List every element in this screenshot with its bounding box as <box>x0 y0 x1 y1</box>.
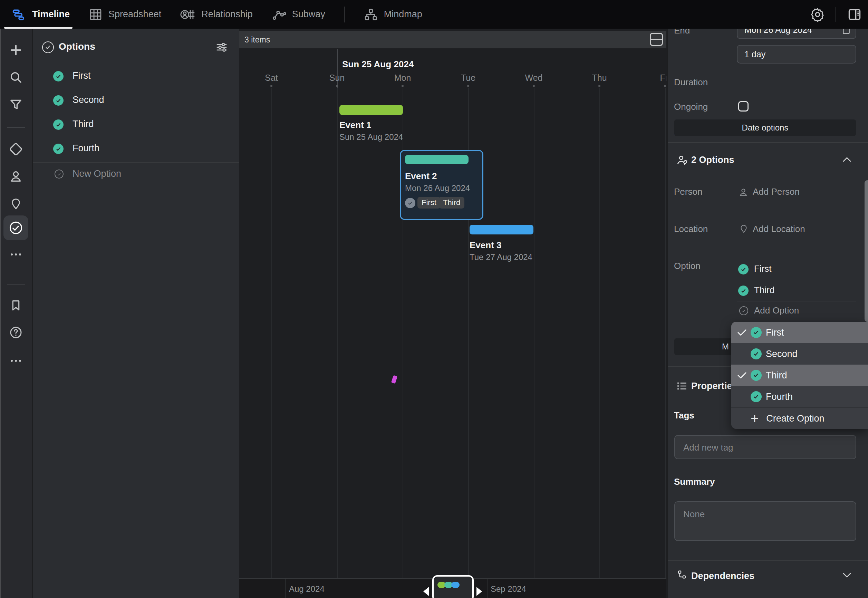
dropdown-option-row[interactable]: Fourth <box>731 386 868 407</box>
event-tag-chip[interactable]: First <box>417 197 441 209</box>
chevron-up-icon[interactable] <box>842 156 852 163</box>
inspector-divider <box>668 561 868 561</box>
event-bar[interactable] <box>469 225 533 235</box>
more-ellipsis-icon[interactable] <box>9 358 23 363</box>
summary-placeholder: None <box>683 509 705 520</box>
add-person-action[interactable]: Add Person <box>753 187 800 197</box>
person-icon <box>738 187 748 197</box>
day-tick-dot <box>664 85 666 87</box>
duration-input[interactable]: 1 day <box>737 45 856 64</box>
selected-option-value[interactable]: First <box>754 263 772 274</box>
options-panel-divider <box>33 162 239 163</box>
day-gridline <box>665 88 666 578</box>
day-gridline <box>337 88 338 578</box>
create-option-row[interactable]: + Create Option <box>731 407 868 429</box>
location-pin-icon[interactable] <box>9 197 22 211</box>
minimap-prev-arrow[interactable] <box>423 587 429 596</box>
summary-textarea[interactable]: None <box>674 501 856 541</box>
search-icon[interactable] <box>9 70 23 84</box>
tab-subway[interactable]: Subway <box>271 7 325 22</box>
create-option-label: Create Option <box>766 413 824 424</box>
panel-scrollbar-thumb[interactable] <box>865 180 868 322</box>
sliders-icon[interactable] <box>215 41 228 54</box>
tab-label: Subway <box>292 9 325 20</box>
person-icon[interactable] <box>9 169 23 183</box>
help-icon[interactable] <box>9 326 23 339</box>
add-location-action[interactable]: Add Location <box>753 224 805 235</box>
tab-timeline[interactable]: Timeline <box>11 7 70 22</box>
selected-event-card[interactable]: Event 2 Mon 26 Aug 2024 First Third <box>400 150 483 220</box>
tab-label: Spreadsheet <box>108 9 161 20</box>
tags-label: Tags <box>674 410 694 421</box>
day-tick-dot <box>402 85 403 87</box>
check-circle-icon[interactable] <box>8 220 24 235</box>
event-title[interactable]: Event 1 <box>339 120 372 130</box>
dropdown-option-row[interactable]: Third <box>731 365 868 386</box>
event-title[interactable]: Event 3 <box>469 240 502 251</box>
day-tick-dot <box>467 85 469 87</box>
timeline-current-date-label: Sun 25 Aug 2024 <box>342 59 414 70</box>
filter-icon[interactable] <box>9 98 23 112</box>
tab-spreadsheet[interactable]: Spreadsheet <box>88 7 161 22</box>
tab-label: Relationship <box>201 9 253 20</box>
event-tag-chip[interactable]: Third <box>439 197 465 209</box>
tab-label: Timeline <box>32 9 70 20</box>
option-check-icon[interactable] <box>53 95 64 106</box>
panel-toggle-icon[interactable] <box>847 7 862 22</box>
chevron-down-icon[interactable] <box>842 571 852 579</box>
minimap-next-arrow[interactable] <box>477 587 482 596</box>
relationship-icon <box>180 7 196 22</box>
option-list-item[interactable]: Fourth <box>73 143 99 154</box>
more-ellipsis-icon[interactable] <box>9 252 23 257</box>
date-options-button[interactable]: Date options <box>674 120 856 136</box>
option-check-icon[interactable] <box>53 120 64 130</box>
dropdown-option-row[interactable]: Second <box>731 343 868 365</box>
selected-checkmark-icon <box>737 371 747 380</box>
diamond-icon[interactable] <box>9 142 23 156</box>
timeline-canvas[interactable]: Sun 25 Aug 2024 Sat Sun Mon Tue Wed Thu … <box>239 28 666 598</box>
minimap-viewport[interactable] <box>432 575 474 598</box>
timeline-minimap-strip[interactable]: Aug 2024 Sep 2024 <box>239 578 666 598</box>
option-row-label: Option <box>674 261 701 271</box>
tag-input[interactable]: Add new tag <box>674 435 856 459</box>
add-option-action[interactable]: Add Option <box>754 305 799 316</box>
option-check-icon[interactable] <box>53 144 64 154</box>
option-list-item[interactable]: First <box>73 70 90 81</box>
option-check-icon[interactable] <box>53 71 64 81</box>
dropdown-option-label: Second <box>766 349 798 359</box>
option-list-item[interactable]: Second <box>73 94 104 105</box>
tab-mindmap[interactable]: Mindmap <box>363 7 422 22</box>
gantt-timeline-icon <box>11 7 27 22</box>
day-label: Fri <box>660 73 666 83</box>
selected-option-value[interactable]: Third <box>754 285 774 296</box>
location-pin-icon <box>739 224 748 234</box>
option-list-item[interactable]: Third <box>73 119 94 130</box>
day-label: Mon <box>394 73 411 83</box>
ongoing-checkbox[interactable] <box>738 101 748 112</box>
option-check-icon <box>751 348 762 359</box>
event-bar[interactable] <box>339 105 403 115</box>
sidebar-divider <box>7 127 25 128</box>
tab-relationship[interactable]: Relationship <box>180 7 253 22</box>
selected-checkmark-icon <box>737 328 747 336</box>
option-select-dropdown: First Second Third Fourth + Create Optio… <box>731 322 868 429</box>
row-layout-icon[interactable] <box>650 33 663 46</box>
bookmark-icon[interactable] <box>9 299 22 312</box>
dropdown-option-row[interactable]: First <box>731 322 868 343</box>
new-option-check-icon[interactable] <box>55 169 64 178</box>
option-check-icon <box>738 286 748 296</box>
plus-icon[interactable] <box>9 43 23 57</box>
sidebar-divider <box>7 284 25 284</box>
event-title[interactable]: Event 2 <box>405 171 437 182</box>
settings-gear-icon[interactable] <box>810 7 825 22</box>
summary-label: Summary <box>674 477 715 487</box>
day-label: Wed <box>525 73 543 83</box>
option-check-icon <box>751 327 762 338</box>
event-bar[interactable] <box>405 155 469 164</box>
new-option-item[interactable]: New Option <box>73 169 121 179</box>
duration-value: 1 day <box>744 49 765 59</box>
grid-spreadsheet-icon <box>88 7 103 22</box>
day-label: Sun <box>329 73 345 83</box>
person-tag-icon <box>676 154 689 166</box>
dependencies-section-title: Dependencies <box>691 571 754 582</box>
